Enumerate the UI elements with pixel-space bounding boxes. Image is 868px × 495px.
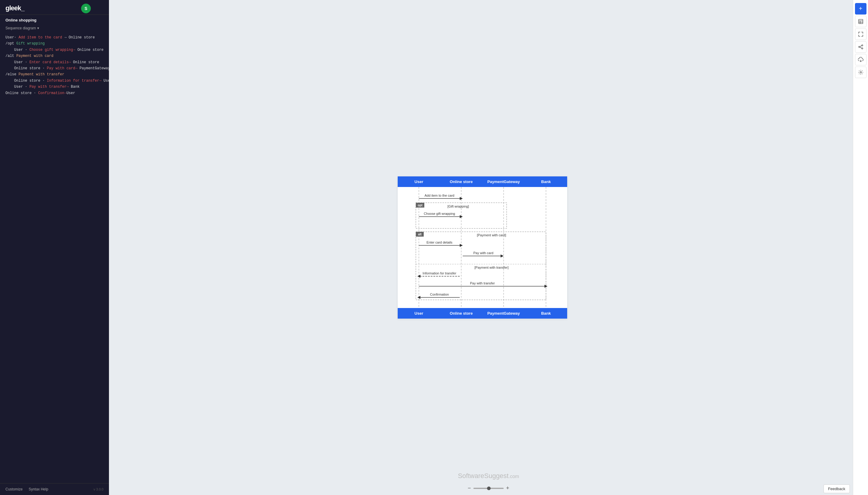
svg-point-9: [860, 72, 861, 73]
svg-rect-0: [858, 19, 863, 23]
svg-text:Pay with transfer: Pay with transfer: [470, 281, 495, 285]
zoom-thumb[interactable]: [487, 487, 491, 490]
app-logo: gleek_: [5, 4, 24, 12]
zoom-bar: − +: [467, 485, 509, 491]
toolbar: +: [853, 0, 868, 495]
svg-text:alt: alt: [418, 233, 422, 236]
svg-marker-32: [500, 254, 504, 257]
actor-bank-top: Bank: [525, 176, 567, 187]
svg-text:opt: opt: [418, 204, 423, 207]
svg-point-4: [862, 45, 863, 46]
svg-point-6: [862, 48, 863, 49]
customize-link[interactable]: Customize: [5, 487, 23, 491]
syntax-help-link[interactable]: Syntax Help: [29, 487, 48, 491]
svg-text:Enter card details: Enter card details: [426, 241, 453, 244]
sequence-body-svg: Add item to the card opt [Gift wrapping]…: [398, 187, 567, 308]
svg-line-8: [860, 47, 862, 48]
bottom-actors-row: User Online store PaymentGateway Bank: [398, 308, 567, 319]
svg-text:Confirmation: Confirmation: [430, 293, 449, 296]
svg-text:[Gift wrapping]: [Gift wrapping]: [448, 205, 469, 208]
svg-line-7: [860, 46, 862, 47]
svg-text:[Payment with transfer]: [Payment with transfer]: [475, 266, 509, 269]
add-button[interactable]: +: [855, 3, 867, 15]
left-header: gleek_ S: [0, 0, 109, 15]
expand-icon[interactable]: [855, 29, 867, 40]
actor-user-bottom: User: [398, 308, 440, 319]
zoom-slider[interactable]: [473, 488, 504, 489]
code-editor[interactable]: User· Add item to the card → Online stor…: [0, 32, 109, 483]
cloud-icon[interactable]: [855, 54, 867, 65]
actor-gateway-bottom: PaymentGateway: [482, 308, 525, 319]
share-icon[interactable]: [855, 41, 867, 53]
diagram-canvas: User Online store PaymentGateway Bank Ad…: [109, 0, 868, 495]
diagram-type-selector[interactable]: Sequence diagram ▾: [0, 25, 109, 32]
svg-marker-29: [460, 244, 463, 247]
top-actors-row: User Online store PaymentGateway Bank: [398, 176, 567, 187]
actor-store-bottom: Online store: [440, 308, 482, 319]
actor-gateway-top: PaymentGateway: [482, 176, 525, 187]
svg-point-5: [858, 46, 860, 48]
actor-store-top: Online store: [440, 176, 482, 187]
user-avatar[interactable]: S: [81, 4, 91, 13]
actor-user-top: User: [398, 176, 440, 187]
svg-text:Choose gift wrapping: Choose gift wrapping: [424, 212, 455, 216]
version-label: v 3.0.0: [93, 488, 103, 491]
actor-bank-bottom: Bank: [525, 308, 567, 319]
footer-links: Customize Syntax Help: [5, 487, 48, 491]
left-footer: Customize Syntax Help v 3.0.0: [0, 483, 109, 495]
feedback-button[interactable]: Feedback: [823, 484, 850, 493]
table-icon[interactable]: [855, 16, 867, 27]
svg-text:Add item to the card: Add item to the card: [425, 194, 454, 197]
chevron-down-icon: ▾: [37, 26, 39, 30]
settings-icon[interactable]: [855, 67, 867, 78]
left-panel: gleek_ S Online shopping Sequence diagra…: [0, 0, 109, 495]
right-panel: +: [109, 0, 868, 495]
svg-text:Pay with card: Pay with card: [473, 251, 493, 255]
svg-text:Information for transfer: Information for transfer: [423, 271, 456, 275]
svg-text:[Payment with card]: [Payment with card]: [477, 233, 506, 237]
zoom-out-icon[interactable]: −: [467, 485, 471, 491]
diagram-title: Online shopping: [0, 15, 109, 25]
sequence-diagram: User Online store PaymentGateway Bank Ad…: [398, 176, 567, 319]
zoom-in-icon[interactable]: +: [506, 485, 509, 491]
